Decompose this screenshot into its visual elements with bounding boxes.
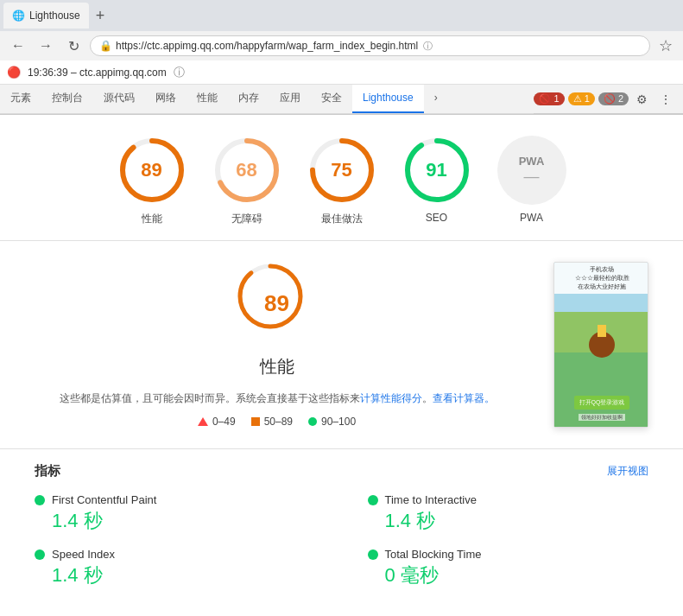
screenshot-character	[559, 332, 645, 358]
score-label-best-practices: 最佳做法	[321, 212, 363, 226]
connection-error-icon: 🔴	[7, 66, 21, 79]
score-seo: 91 SEO	[402, 136, 471, 226]
legend-triangle-icon	[198, 417, 208, 426]
perf-link-calculator[interactable]: 查看计算器。	[433, 392, 495, 404]
screenshot-subtitle: 领地好好加收益啊	[563, 409, 641, 422]
performance-section: 89 性能 这些都是估算值，且可能会因时而异。系统会直接基于这些指标来计算性能得…	[0, 241, 683, 448]
settings-icon[interactable]: ⚙	[632, 90, 652, 109]
tab-network[interactable]: 网络	[145, 85, 187, 113]
browser-tab[interactable]: 🌐 Lighthouse	[3, 3, 89, 29]
legend-poor-range: 0–49	[212, 416, 236, 428]
error-badge-2: 🚫 2	[598, 92, 629, 105]
metric-fcp: First Contentful Paint 1.4 秒	[35, 493, 316, 534]
warning-badge-yellow: ⚠ 1	[568, 92, 595, 105]
tab-title: Lighthouse	[29, 10, 80, 22]
metric-tti-value: 1.4 秒	[368, 508, 649, 534]
expand-view-button[interactable]: 展开视图	[607, 464, 648, 479]
legend-item-good: 90–100	[308, 416, 356, 428]
metric-fcp-header: First Contentful Paint	[35, 493, 316, 506]
info-circle-icon: ⓘ	[174, 65, 185, 80]
address-bar[interactable]: 🔒 https://ctc.appimg.qq.com/happyfarm/wa…	[90, 35, 650, 56]
metric-tti-header: Time to Interactive	[368, 493, 649, 506]
tab-application[interactable]: 应用	[269, 85, 311, 113]
scores-section: 89 性能 68 无障碍 75 最佳做法	[0, 115, 683, 241]
back-button[interactable]: ←	[7, 35, 29, 57]
metric-fcp-value: 1.4 秒	[35, 508, 316, 534]
tab-memory[interactable]: 内存	[228, 85, 269, 113]
score-circle-pwa: PWA —	[497, 136, 566, 205]
score-label-performance: 性能	[142, 212, 162, 226]
score-pwa: PWA — PWA	[497, 136, 566, 226]
tab-performance[interactable]: 性能	[187, 85, 228, 113]
score-circle-best-practices: 75	[307, 136, 376, 205]
tab-more[interactable]: ›	[424, 85, 448, 113]
tab-sources[interactable]: 源代码	[93, 85, 145, 113]
metrics-grid: First Contentful Paint 1.4 秒 Time to Int…	[35, 493, 648, 588]
metrics-title: 指标	[35, 463, 60, 479]
address-lock-icon: 🔒	[99, 40, 112, 52]
score-value-accessibility: 68	[236, 159, 256, 181]
address-text: https://ctc.appimg.qq.com/happyfarm/wap_…	[116, 40, 418, 52]
forward-button[interactable]: →	[35, 35, 57, 57]
metric-tbt-header: Total Blocking Time	[368, 548, 649, 561]
metric-tbt-value: 0 毫秒	[368, 562, 649, 588]
metric-tti-name: Time to Interactive	[385, 493, 477, 506]
screenshot-cta: 打开QQ登录游戏	[563, 394, 641, 410]
tab-elements[interactable]: 元素	[0, 85, 41, 113]
address-info-icon: ⓘ	[423, 40, 433, 53]
metric-si-dot	[35, 549, 45, 560]
timestamp-text: 19:36:39 – ctc.appimg.qq.com	[28, 67, 167, 79]
perf-score-value: 89	[264, 290, 289, 317]
metric-si-name: Speed Index	[52, 548, 115, 561]
score-circle-performance: 89	[117, 136, 187, 205]
score-label-pwa: PWA	[520, 212, 543, 224]
score-value-performance: 89	[141, 159, 161, 181]
metrics-header: 指标 展开视图	[35, 463, 648, 479]
score-value-best-practices: 75	[331, 159, 351, 181]
score-performance: 89 性能	[117, 136, 187, 226]
page-screenshot: 手机农场☆☆☆最轻松的取胜在农场大业好好施 打开QQ登录游戏 领地好好加收益啊	[553, 262, 648, 428]
metric-si-header: Speed Index	[35, 548, 316, 561]
score-best-practices: 75 最佳做法	[307, 136, 376, 226]
performance-details-left: 89 性能 这些都是估算值，且可能会因时而异。系统会直接基于这些指标来计算性能得…	[35, 262, 519, 428]
metrics-section: 指标 展开视图 First Contentful Paint 1.4 秒 Tim…	[0, 448, 683, 602]
score-label-pwa-abbr: PWA	[519, 155, 545, 168]
metric-tti-dot	[368, 495, 378, 505]
score-circle-seo: 91	[402, 136, 471, 205]
tab-lighthouse[interactable]: Lighthouse	[352, 85, 424, 113]
perf-description: 这些都是估算值，且可能会因时而异。系统会直接基于这些指标来计算性能得分。查看计算…	[35, 391, 519, 407]
legend-good-range: 90–100	[321, 416, 356, 428]
metric-tti: Time to Interactive 1.4 秒	[368, 493, 649, 534]
pwa-dash-icon: —	[524, 168, 540, 186]
perf-score-circle: 89	[236, 262, 319, 345]
metric-si: Speed Index 1.4 秒	[35, 548, 316, 588]
tab-favicon: 🌐	[12, 10, 24, 22]
metric-fcp-dot	[35, 495, 45, 505]
metric-tbt-name: Total Blocking Time	[385, 548, 482, 561]
legend-square-icon	[251, 417, 260, 426]
reload-button[interactable]: ↻	[62, 35, 85, 57]
metric-tbt: Total Blocking Time 0 毫秒	[368, 548, 649, 588]
error-badge-red: 🚫 1	[534, 92, 564, 105]
perf-legend: 0–49 50–89 90–100	[35, 416, 519, 428]
screenshot-title-bar: 手机农场☆☆☆最轻松的取胜在农场大业好好施	[554, 263, 648, 294]
new-tab-button[interactable]: +	[92, 7, 109, 25]
tab-console[interactable]: 控制台	[41, 85, 93, 113]
metric-si-value: 1.4 秒	[35, 562, 316, 588]
legend-item-average: 50–89	[251, 416, 293, 428]
score-accessibility: 68 无障碍	[212, 136, 281, 226]
more-options-icon[interactable]: ⋮	[655, 90, 676, 109]
tab-security[interactable]: 安全	[311, 85, 352, 113]
metric-tbt-dot	[368, 549, 378, 560]
metric-fcp-name: First Contentful Paint	[52, 493, 156, 506]
legend-avg-range: 50–89	[264, 416, 293, 428]
score-value-seo: 91	[426, 159, 446, 181]
legend-item-poor: 0–49	[198, 416, 236, 428]
screenshot-image: 手机农场☆☆☆最轻松的取胜在农场大业好好施 打开QQ登录游戏 领地好好加收益啊	[554, 263, 648, 427]
bookmark-icon[interactable]: ☆	[655, 36, 676, 55]
perf-link-score[interactable]: 计算性能得分	[360, 392, 422, 404]
performance-score-wrap: 89	[35, 262, 519, 345]
perf-title: 性能	[35, 355, 519, 378]
score-label-seo: SEO	[426, 212, 447, 224]
score-circle-accessibility: 68	[212, 136, 281, 205]
